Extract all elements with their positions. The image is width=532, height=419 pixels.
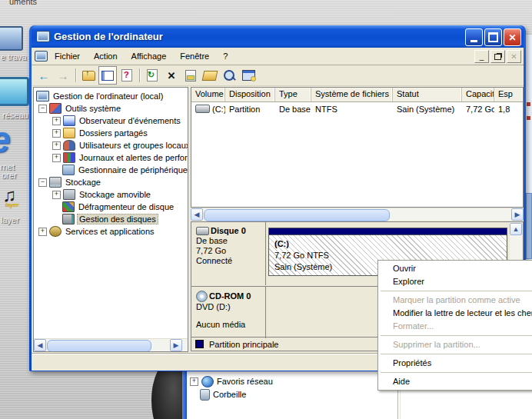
shared-folders-icon <box>63 128 75 138</box>
volume-list-horizontal-scrollbar[interactable]: ◀ ▶ <box>191 208 524 221</box>
maximize-button[interactable] <box>484 28 502 46</box>
menu-item-marquer-active[interactable]: Marquer la partition comme active <box>378 294 532 307</box>
plus-expander-icon[interactable] <box>38 228 47 236</box>
bg-tree-item-corbeille[interactable]: Corbeille <box>200 388 246 401</box>
desktop-icon-label-fragment: uments <box>9 0 37 6</box>
tree-horizontal-scrollbar[interactable]: ◀ ▶ <box>34 338 188 351</box>
menu-action[interactable]: Action <box>87 49 125 63</box>
cdrom-info-panel[interactable]: CD-ROM 0 DVD (D:) Aucun média <box>191 287 266 338</box>
sliver-scrollbar-fragment[interactable] <box>526 193 532 259</box>
network-monitor-icon[interactable] <box>0 77 29 106</box>
help-icon <box>121 69 132 81</box>
plus-expander-icon[interactable] <box>52 154 61 162</box>
partition-context-menu: Ouvrir Explorer Marquer la partition com… <box>377 260 532 391</box>
volume-row-c[interactable]: (C:) Partition De base NTFS Sain (Systèm… <box>191 102 523 115</box>
menu-fichier[interactable]: Fichier <box>48 49 87 63</box>
mdi-close-button[interactable]: ✕ <box>507 50 521 63</box>
my-computer-icon[interactable] <box>0 26 23 51</box>
menu-fenetre[interactable]: Fenêtre <box>173 49 216 63</box>
plus-expander-icon[interactable] <box>52 141 61 150</box>
menu-item-proprietes[interactable]: Propriétés <box>378 357 532 370</box>
help-button[interactable] <box>118 66 136 85</box>
partition-label: (C:) <box>274 238 507 250</box>
minus-expander-icon[interactable] <box>38 105 47 113</box>
menu-item-aide[interactable]: Aide <box>378 375 532 388</box>
console-window-button[interactable] <box>239 66 258 85</box>
plus-expander-icon[interactable] <box>52 191 61 199</box>
up-one-level-button[interactable] <box>79 66 98 85</box>
bg-tree-item-label: Corbeille <box>213 390 246 399</box>
disk0-info-panel[interactable]: Disque 0 De base 7,72 Go Connecté <box>191 222 266 285</box>
menu-item-supprimer-partition[interactable]: Supprimer la partition... <box>378 338 532 351</box>
tree-item-utilisateurs[interactable]: Utilisateurs et groupes locaux <box>34 139 188 151</box>
column-header-disposition[interactable]: Disposition <box>225 88 275 101</box>
menu-separator <box>381 372 532 373</box>
tree-item-label: Outils système <box>64 104 122 113</box>
device-manager-icon <box>62 165 75 175</box>
tree-item-label: Stockage amovible <box>78 190 152 199</box>
tree-item-observateur[interactable]: Observateur d'événements <box>34 115 188 127</box>
title-bar[interactable]: Gestion de l'ordinateur ✕ <box>32 25 524 48</box>
recycle-bin-icon <box>200 389 210 401</box>
scroll-right-arrow[interactable]: ▶ <box>511 208 524 221</box>
column-header-systeme-fichiers[interactable]: Système de fichiers <box>311 88 393 101</box>
disk0-name: Disque 0 <box>211 226 246 236</box>
close-button[interactable]: ✕ <box>504 28 521 46</box>
tree-item-outils-systeme[interactable]: Outils système <box>34 102 188 115</box>
menu-item-explorer[interactable]: Explorer <box>378 275 532 288</box>
menu-item-formater[interactable]: Formater... <box>378 320 532 333</box>
minus-expander-icon[interactable] <box>38 178 47 187</box>
tree-item-stockage-amovible[interactable]: Stockage amovible <box>34 188 188 201</box>
minimize-button[interactable] <box>465 28 483 46</box>
properties-button[interactable] <box>181 66 200 85</box>
cd-icon <box>196 291 208 302</box>
up-folder-icon <box>82 71 95 81</box>
plus-expander-icon[interactable] <box>190 377 198 386</box>
mdi-document-icon[interactable] <box>35 51 48 62</box>
tree-item-stockage[interactable]: Stockage <box>34 176 188 188</box>
tree-item-dossiers-partages[interactable]: Dossiers partagés <box>34 127 188 139</box>
tree-item-gestionnaire-peripheriques[interactable]: Gestionnaire de périphériques <box>34 164 188 176</box>
mdi-restore-button[interactable] <box>490 50 505 63</box>
scroll-left-arrow[interactable]: ◀ <box>34 339 46 351</box>
scrollbar-thumb[interactable] <box>204 209 390 221</box>
column-header-capacite[interactable]: Capacité <box>462 88 494 101</box>
scroll-left-arrow[interactable]: ◀ <box>191 208 203 221</box>
volume-cell: (C:) <box>212 105 225 114</box>
back-button[interactable]: ← <box>35 66 53 85</box>
hard-drive-icon <box>195 105 210 113</box>
open-button[interactable] <box>201 66 219 85</box>
delete-button[interactable]: ✕ <box>162 66 181 85</box>
menu-item-modifier-lettre[interactable]: Modifier la lettre de lecteur et les che… <box>378 307 532 320</box>
menu-bar: Fichier Action Affichage Fenêtre ? _ ✕ <box>32 48 524 65</box>
bg-tree-item-favoris-reseau[interactable]: Favoris réseau <box>190 375 273 387</box>
scroll-up-arrow[interactable]: ▲ <box>510 223 522 235</box>
plus-expander-icon[interactable] <box>52 117 61 125</box>
tree-item-defragmenteur[interactable]: Défragmenteur de disque <box>34 201 188 213</box>
column-header-statut[interactable]: Statut <box>393 88 462 101</box>
tree-item-gestion-des-disques[interactable]: Gestion des disques <box>34 213 188 225</box>
find-button[interactable] <box>220 66 238 85</box>
tree-item-label: Stockage <box>64 178 102 187</box>
mdi-minimize-button[interactable]: _ <box>474 50 489 63</box>
internet-explorer-icon[interactable]: e <box>0 118 11 161</box>
menu-affichage[interactable]: Affichage <box>125 49 174 63</box>
scroll-right-arrow[interactable]: ▶ <box>170 339 182 351</box>
show-hide-tree-button[interactable] <box>98 66 117 85</box>
menu-item-ouvrir[interactable]: Ouvrir <box>378 262 532 275</box>
tree-item-services-applications[interactable]: Services et applications <box>34 225 188 238</box>
tree-item-label: Défragmenteur de disque <box>77 202 175 211</box>
plus-expander-icon[interactable] <box>52 129 61 138</box>
tree-item-journaux[interactable]: Journaux et alertes de performance <box>34 151 188 164</box>
column-header-volume[interactable]: Volume <box>191 88 225 101</box>
refresh-button[interactable] <box>143 66 161 85</box>
type-cell: De base <box>275 105 311 114</box>
computer-management-app-icon <box>36 31 50 42</box>
tree-item-root[interactable]: Gestion de l'ordinateur (local) <box>34 90 188 102</box>
menu-help[interactable]: ? <box>216 49 234 63</box>
tree-item-label: Services et applications <box>64 227 156 236</box>
forward-button[interactable]: → <box>54 66 72 85</box>
column-header-type[interactable]: Type <box>275 88 311 101</box>
column-header-espace[interactable]: Esp <box>494 88 523 101</box>
scrollbar-thumb[interactable] <box>47 340 151 352</box>
